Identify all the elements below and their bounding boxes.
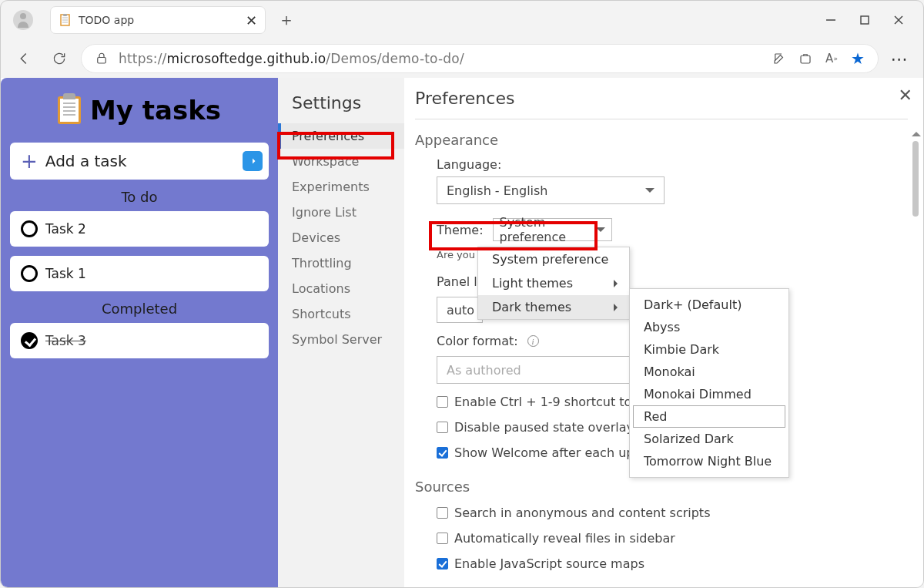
checkbox-row-anon[interactable]: Search in anonymous and content scripts [437, 506, 908, 520]
menu-item-kimbie-dark[interactable]: Kimbie Dark [633, 338, 785, 361]
checkbox-icon[interactable] [437, 533, 448, 544]
checkbox-checked-icon[interactable] [437, 447, 448, 459]
more-menu-button[interactable]: ⋯ [886, 49, 914, 69]
menu-item-dark-themes[interactable]: Dark themes [478, 295, 629, 319]
address-bar[interactable]: https://microsoftedge.github.io/Demos/de… [81, 44, 879, 73]
settings-item-symbol-server[interactable]: Symbol Server [278, 327, 404, 352]
sources-heading: Sources [415, 479, 908, 495]
theme-select[interactable]: System preference [493, 218, 612, 241]
panel-layout-value: auto [447, 303, 474, 318]
language-select[interactable]: English - English [437, 176, 665, 204]
appearance-heading: Appearance [415, 132, 908, 148]
settings-item-workspace[interactable]: Workspace [278, 149, 404, 174]
language-value: English - English [447, 183, 548, 198]
checkbox-icon[interactable] [437, 396, 448, 408]
settings-item-experiments[interactable]: Experiments [278, 174, 404, 200]
refresh-button[interactable] [45, 45, 73, 72]
checkbox-row-reveal[interactable]: Automatically reveal files in sidebar [437, 531, 908, 546]
menu-item-red[interactable]: Red [633, 405, 785, 428]
task-name: Task 3 [45, 333, 86, 348]
task-name: Task 1 [45, 266, 86, 281]
browser-tab[interactable]: TODO app ✕ [50, 6, 266, 34]
chevron-right-icon [614, 304, 621, 311]
menu-item-system-preference[interactable]: System preference [478, 247, 629, 271]
completed-section-label: Completed [10, 301, 269, 317]
settings-item-devices[interactable]: Devices [278, 225, 404, 250]
favorite-star-icon[interactable]: ★ [849, 49, 867, 68]
menu-item-solarized-dark[interactable]: Solarized Dark [633, 428, 785, 450]
menu-item-monokai-dimmed[interactable]: Monokai Dimmed [633, 383, 785, 405]
edit-icon[interactable] [770, 49, 788, 68]
svg-rect-1 [63, 14, 67, 16]
checkbox-icon[interactable] [437, 507, 448, 519]
checkbox-checked-icon[interactable] [437, 558, 448, 570]
settings-item-ignore-list[interactable]: Ignore List [278, 200, 404, 225]
settings-item-locations[interactable]: Locations [278, 276, 404, 301]
theme-dropdown-menu: System preference Light themes Dark them… [477, 247, 630, 320]
theme-label: Theme: [437, 223, 484, 237]
menu-item-abyss[interactable]: Abyss [633, 316, 785, 338]
dark-themes-submenu: Dark+ (Default) Abyss Kimbie Dark Monoka… [629, 288, 789, 478]
color-format-value: As authored [447, 363, 521, 378]
panel-layout-select[interactable]: auto [437, 297, 483, 323]
checkbox-label: Enable JavaScript source maps [454, 556, 644, 571]
tab-title: TODO app [79, 14, 239, 26]
app-icon[interactable] [796, 49, 815, 68]
svg-rect-10 [801, 55, 810, 63]
checkbox-icon[interactable] [437, 422, 448, 433]
theme-value: System preference [500, 215, 596, 244]
color-format-label: Color format: [437, 334, 518, 348]
settings-title: Settings [278, 93, 404, 123]
add-task-input[interactable]: + Add a task [10, 143, 269, 180]
close-tab-icon[interactable]: ✕ [246, 12, 257, 29]
scrollbar[interactable] [912, 127, 920, 587]
chevron-right-icon [614, 280, 621, 287]
info-icon[interactable]: i [527, 335, 539, 347]
submit-task-button[interactable] [243, 151, 263, 171]
task-checkbox-icon[interactable] [21, 220, 38, 237]
browser-tab-strip: TODO app ✕ ＋ [1, 1, 923, 39]
checkbox-label: Search in anonymous and content scripts [454, 506, 710, 520]
close-panel-icon[interactable]: ✕ [899, 86, 912, 105]
plus-icon: + [21, 150, 38, 173]
svg-rect-9 [98, 58, 106, 64]
read-aloud-icon[interactable]: A» [822, 49, 841, 68]
url-text: https://microsoftedge.github.io/Demos/de… [119, 51, 762, 66]
svg-rect-6 [861, 16, 869, 24]
menu-item-tomorrow-night-blue[interactable]: Tomorrow Night Blue [633, 450, 785, 472]
todo-app-panel: My tasks + Add a task To do Task 2 Task … [1, 78, 278, 587]
browser-toolbar: https://microsoftedge.github.io/Demos/de… [1, 39, 923, 78]
preferences-title: Preferences [415, 89, 908, 119]
task-row[interactable]: Task 1 [10, 256, 269, 291]
checkbox-label: Automatically reveal files in sidebar [454, 531, 675, 546]
settings-item-shortcuts[interactable]: Shortcuts [278, 301, 404, 327]
scroll-thumb[interactable] [912, 141, 919, 217]
task-row[interactable]: Task 3 [10, 323, 269, 358]
checkbox-row-jsmaps[interactable]: Enable JavaScript source maps [437, 556, 908, 571]
panel-layout-label: Panel lay [437, 274, 483, 289]
task-checkbox-icon[interactable] [21, 265, 38, 282]
window-close-button[interactable] [882, 15, 916, 25]
menu-item-dark-default[interactable]: Dark+ (Default) [633, 294, 785, 316]
settings-sidebar: Settings Preferences Workspace Experimen… [278, 78, 404, 587]
todo-title-text: My tasks [90, 95, 221, 126]
menu-item-monokai[interactable]: Monokai [633, 361, 785, 383]
back-button[interactable] [10, 45, 38, 72]
color-format-select[interactable]: As authored [437, 356, 652, 384]
chevron-down-icon [645, 188, 654, 197]
scroll-up-icon[interactable] [912, 127, 921, 136]
settings-item-throttling[interactable]: Throttling [278, 250, 404, 276]
menu-item-light-themes[interactable]: Light themes [478, 271, 629, 295]
new-tab-button[interactable]: ＋ [273, 8, 300, 32]
todo-heading: My tasks [10, 95, 269, 126]
checkbox-label: Disable paused state overlay [454, 420, 634, 435]
window-minimize-button[interactable] [814, 15, 848, 25]
lock-icon [92, 49, 111, 68]
task-row[interactable]: Task 2 [10, 211, 269, 247]
profile-avatar[interactable] [13, 10, 33, 30]
todo-section-label: To do [10, 189, 269, 205]
settings-item-preferences[interactable]: Preferences [278, 123, 404, 149]
window-maximize-button[interactable] [848, 15, 882, 25]
task-checkbox-checked-icon[interactable] [21, 332, 38, 349]
add-task-placeholder: Add a task [45, 152, 127, 170]
